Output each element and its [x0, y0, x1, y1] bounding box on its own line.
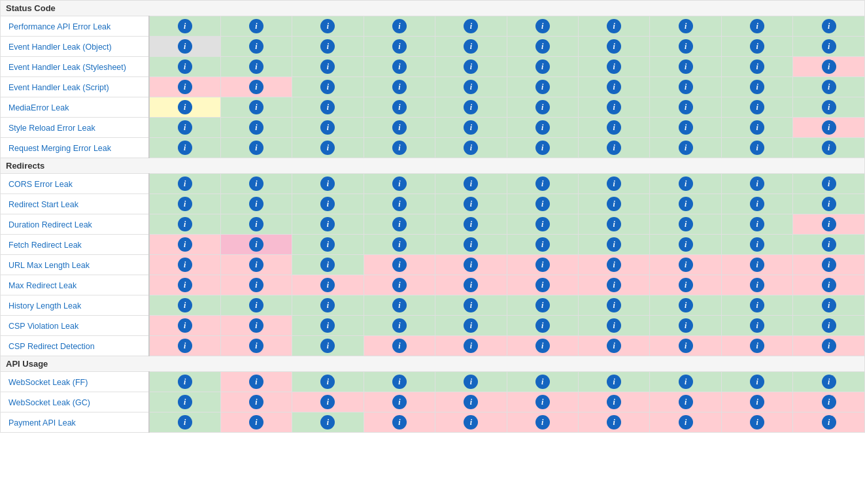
- info-button[interactable]: i: [464, 197, 478, 211]
- info-button[interactable]: i: [535, 375, 550, 389]
- info-button[interactable]: i: [320, 120, 335, 135]
- info-button[interactable]: i: [822, 19, 836, 33]
- info-button[interactable]: i: [535, 19, 550, 33]
- info-button[interactable]: i: [750, 375, 764, 389]
- row-name-link[interactable]: WebSocket Leak (FF): [8, 378, 88, 387]
- info-button[interactable]: i: [750, 141, 764, 155]
- info-button[interactable]: i: [535, 59, 550, 74]
- info-button[interactable]: i: [535, 298, 550, 312]
- info-button[interactable]: i: [178, 237, 192, 252]
- info-button[interactable]: i: [822, 237, 836, 252]
- info-button[interactable]: i: [464, 278, 478, 292]
- info-button[interactable]: i: [607, 375, 621, 389]
- info-button[interactable]: i: [464, 80, 478, 94]
- info-button[interactable]: i: [750, 100, 764, 114]
- info-button[interactable]: i: [178, 59, 192, 74]
- info-button[interactable]: i: [249, 298, 263, 312]
- info-button[interactable]: i: [249, 59, 263, 74]
- info-button[interactable]: i: [535, 141, 550, 155]
- info-button[interactable]: i: [249, 375, 263, 389]
- info-button[interactable]: i: [750, 19, 764, 33]
- info-button[interactable]: i: [392, 217, 407, 231]
- info-button[interactable]: i: [607, 39, 621, 54]
- row-name-link[interactable]: Max Redirect Leak: [8, 281, 76, 290]
- info-button[interactable]: i: [822, 298, 836, 312]
- info-button[interactable]: i: [679, 318, 693, 333]
- info-button[interactable]: i: [464, 318, 478, 333]
- info-button[interactable]: i: [249, 217, 263, 231]
- info-button[interactable]: i: [822, 415, 836, 429]
- info-button[interactable]: i: [535, 339, 550, 353]
- info-button[interactable]: i: [464, 100, 478, 114]
- row-name-link[interactable]: Duration Redirect Leak: [8, 220, 92, 229]
- info-button[interactable]: i: [464, 395, 478, 409]
- info-button[interactable]: i: [320, 339, 335, 353]
- info-button[interactable]: i: [249, 415, 263, 429]
- info-button[interactable]: i: [679, 298, 693, 312]
- info-button[interactable]: i: [535, 120, 550, 135]
- info-button[interactable]: i: [249, 176, 263, 191]
- info-button[interactable]: i: [535, 176, 550, 191]
- info-button[interactable]: i: [535, 415, 550, 429]
- info-button[interactable]: i: [249, 258, 263, 272]
- info-button[interactable]: i: [822, 258, 836, 272]
- info-button[interactable]: i: [464, 120, 478, 135]
- info-button[interactable]: i: [178, 375, 192, 389]
- info-button[interactable]: i: [392, 339, 407, 353]
- row-name-link[interactable]: URL Max Length Leak: [8, 261, 90, 270]
- info-button[interactable]: i: [535, 318, 550, 333]
- info-button[interactable]: i: [178, 80, 192, 94]
- info-button[interactable]: i: [392, 141, 407, 155]
- info-button[interactable]: i: [607, 80, 621, 94]
- info-button[interactable]: i: [822, 176, 836, 191]
- info-button[interactable]: i: [535, 217, 550, 231]
- row-name-link[interactable]: History Length Leak: [8, 301, 81, 311]
- info-button[interactable]: i: [750, 59, 764, 74]
- info-button[interactable]: i: [320, 100, 335, 114]
- info-button[interactable]: i: [249, 141, 263, 155]
- info-button[interactable]: i: [822, 339, 836, 353]
- info-button[interactable]: i: [535, 258, 550, 272]
- info-button[interactable]: i: [607, 59, 621, 74]
- info-button[interactable]: i: [535, 100, 550, 114]
- info-button[interactable]: i: [464, 298, 478, 312]
- info-button[interactable]: i: [679, 176, 693, 191]
- info-button[interactable]: i: [320, 237, 335, 252]
- info-button[interactable]: i: [607, 237, 621, 252]
- info-button[interactable]: i: [607, 258, 621, 272]
- info-button[interactable]: i: [750, 217, 764, 231]
- info-button[interactable]: i: [464, 217, 478, 231]
- info-button[interactable]: i: [178, 197, 192, 211]
- info-button[interactable]: i: [679, 217, 693, 231]
- info-button[interactable]: i: [679, 197, 693, 211]
- info-button[interactable]: i: [535, 197, 550, 211]
- info-button[interactable]: i: [392, 120, 407, 135]
- info-button[interactable]: i: [320, 318, 335, 333]
- info-button[interactable]: i: [464, 237, 478, 252]
- info-button[interactable]: i: [822, 80, 836, 94]
- info-button[interactable]: i: [249, 120, 263, 135]
- info-button[interactable]: i: [464, 339, 478, 353]
- info-button[interactable]: i: [178, 339, 192, 353]
- row-name-link[interactable]: WebSocket Leak (GC): [8, 398, 90, 407]
- info-button[interactable]: i: [178, 19, 192, 33]
- info-button[interactable]: i: [679, 278, 693, 292]
- info-button[interactable]: i: [822, 217, 836, 231]
- info-button[interactable]: i: [249, 100, 263, 114]
- info-button[interactable]: i: [178, 318, 192, 333]
- info-button[interactable]: i: [392, 59, 407, 74]
- info-button[interactable]: i: [822, 59, 836, 74]
- info-button[interactable]: i: [249, 197, 263, 211]
- info-button[interactable]: i: [679, 120, 693, 135]
- info-button[interactable]: i: [392, 237, 407, 252]
- info-button[interactable]: i: [464, 258, 478, 272]
- info-button[interactable]: i: [750, 39, 764, 54]
- info-button[interactable]: i: [320, 395, 335, 409]
- info-button[interactable]: i: [392, 278, 407, 292]
- info-button[interactable]: i: [679, 19, 693, 33]
- info-button[interactable]: i: [464, 141, 478, 155]
- info-button[interactable]: i: [607, 176, 621, 191]
- info-button[interactable]: i: [249, 339, 263, 353]
- info-button[interactable]: i: [392, 395, 407, 409]
- info-button[interactable]: i: [607, 217, 621, 231]
